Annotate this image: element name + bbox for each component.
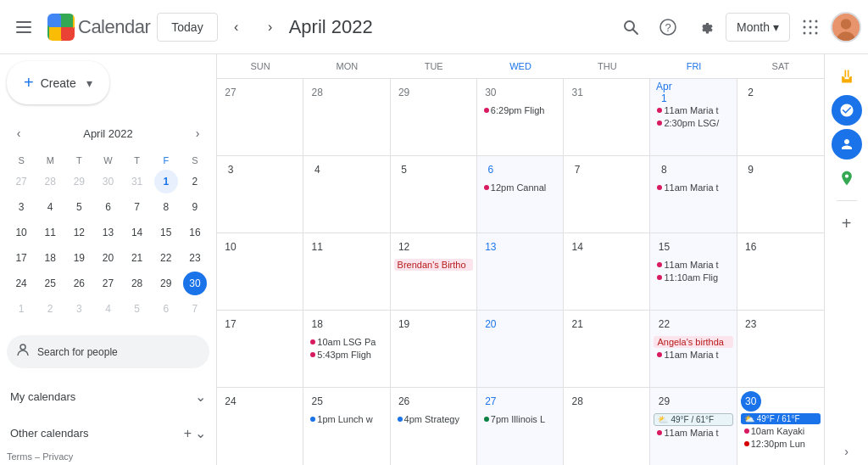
create-button[interactable]: + Create ▾ xyxy=(7,61,109,104)
cal-day-mar-28[interactable]: 28 xyxy=(303,79,390,155)
search-people-input[interactable]: Search for people xyxy=(7,335,209,368)
cal-day-apr-15[interactable]: 15 11am Maria t 11:10am Flig xyxy=(650,233,737,310)
calendar-event[interactable]: 4pm Strategy xyxy=(394,413,473,425)
day-number[interactable]: 7 xyxy=(567,160,587,180)
calendar-event[interactable]: 1pm Lunch w xyxy=(307,413,386,425)
settings-button[interactable] xyxy=(688,10,722,44)
calendar-event[interactable]: 2:30pm LSG/ xyxy=(654,117,732,129)
day-number[interactable]: 29 xyxy=(654,391,674,412)
day-number[interactable]: 28 xyxy=(567,391,587,412)
cal-day-apr-16[interactable]: 16 xyxy=(737,233,824,310)
expand-sidebar-button[interactable]: › xyxy=(837,438,855,465)
cal-day-apr-29[interactable]: 29 ⛅49°F / 61°F 11am Maria t xyxy=(650,388,737,465)
mini-day[interactable]: 30 xyxy=(96,170,120,193)
mini-day[interactable]: 23 xyxy=(183,246,207,270)
mini-day[interactable]: 2 xyxy=(38,297,62,321)
calendar-event[interactable]: 11am Maria t xyxy=(654,349,732,361)
day-number[interactable]: 2 xyxy=(741,82,761,103)
mini-day[interactable]: 3 xyxy=(67,297,91,321)
view-selector[interactable]: Month ▾ xyxy=(726,13,790,42)
day-number[interactable]: 6 xyxy=(481,160,501,180)
keep-icon[interactable] xyxy=(832,61,862,92)
mini-day[interactable]: 6 xyxy=(154,297,178,321)
mini-day[interactable]: 13 xyxy=(96,221,120,244)
add-other-calendar-icon[interactable]: + xyxy=(184,426,192,441)
mini-day[interactable]: 26 xyxy=(67,272,91,295)
cal-day-apr-21[interactable]: 21 xyxy=(564,311,650,387)
calendar-event[interactable]: 12:30pm Lun xyxy=(741,438,821,450)
cal-day-apr-27[interactable]: 27 7pm Illinois L xyxy=(477,388,564,465)
mini-day[interactable]: 5 xyxy=(67,195,91,219)
day-number[interactable]: 11 xyxy=(307,237,327,257)
cal-day-mar-27[interactable]: 27 xyxy=(217,79,303,155)
cal-day-apr-6[interactable]: 6 12pm Cannal xyxy=(477,156,564,232)
cal-day-apr-8[interactable]: 8 11am Maria t xyxy=(650,156,737,232)
cal-day-apr-4[interactable]: 4 xyxy=(303,156,390,232)
day-number[interactable]: 8 xyxy=(654,160,674,180)
cal-day-apr-18[interactable]: 18 10am LSG Pa 5:43pm Fligh xyxy=(303,311,390,387)
calendar-event[interactable]: 12pm Cannal xyxy=(481,182,559,193)
mini-day[interactable]: 28 xyxy=(125,272,149,295)
search-button[interactable] xyxy=(614,10,648,44)
day-number[interactable]: 3 xyxy=(220,160,241,180)
cal-day-apr-20[interactable]: 20 xyxy=(477,311,564,387)
mini-day[interactable]: 4 xyxy=(96,297,120,321)
cal-day-apr-5[interactable]: 5 xyxy=(391,156,477,232)
cal-day-apr-12[interactable]: 12 Brendan's Birtho xyxy=(391,233,477,310)
day-number[interactable]: 18 xyxy=(307,314,327,334)
calendar-event-angela[interactable]: Angela's birthda xyxy=(654,336,732,348)
day-number[interactable]: 12 xyxy=(394,237,415,257)
mini-day[interactable]: 29 xyxy=(154,272,178,295)
calendar-event[interactable]: 11am Maria t xyxy=(654,104,732,116)
day-number[interactable]: 23 xyxy=(741,314,761,334)
today-button[interactable]: Today xyxy=(157,13,217,42)
calendar-event[interactable]: 11:10am Flig xyxy=(654,272,732,283)
day-number[interactable]: 19 xyxy=(394,314,415,334)
calendar-event[interactable]: 11am Maria t xyxy=(654,259,732,271)
cal-day-apr-9[interactable]: 9 xyxy=(737,156,824,232)
mini-day[interactable]: 29 xyxy=(67,170,91,193)
day-number[interactable]: 16 xyxy=(741,237,761,257)
day-number[interactable]: 21 xyxy=(567,314,587,334)
cal-day-apr-23[interactable]: 23 xyxy=(737,311,824,387)
mini-day[interactable]: 1 xyxy=(9,297,33,321)
cal-day-apr-28[interactable]: 28 xyxy=(564,388,650,465)
day-number[interactable]: 31 xyxy=(567,82,587,103)
cal-day-apr-1[interactable]: Apr 1 11am Maria t 2:30pm LSG/ xyxy=(650,79,737,155)
calendar-event-brendan[interactable]: Brendan's Birtho xyxy=(394,259,473,271)
day-number-today[interactable]: 30 xyxy=(741,391,761,412)
mini-day[interactable]: 12 xyxy=(67,221,91,244)
day-number[interactable]: 5 xyxy=(394,160,415,180)
cal-day-apr-10[interactable]: 10 xyxy=(217,233,303,310)
mini-day[interactable]: 18 xyxy=(38,246,62,270)
day-number[interactable]: 29 xyxy=(394,82,415,103)
mini-day[interactable]: 28 xyxy=(38,170,62,193)
maps-icon[interactable] xyxy=(832,163,862,193)
google-apps-button[interactable] xyxy=(793,10,827,44)
day-number[interactable]: 24 xyxy=(220,391,241,412)
cal-day-apr-25[interactable]: 25 1pm Lunch w xyxy=(303,388,390,465)
day-number[interactable]: 25 xyxy=(307,391,327,412)
cal-day-apr-7[interactable]: 7 xyxy=(564,156,650,232)
cal-day-apr-17[interactable]: 17 xyxy=(217,311,303,387)
tasks-icon[interactable] xyxy=(832,95,862,126)
contacts-icon[interactable] xyxy=(832,129,862,160)
day-number[interactable]: 27 xyxy=(481,391,501,412)
mini-day[interactable]: 17 xyxy=(9,246,33,270)
mini-day[interactable]: 6 xyxy=(96,195,120,219)
day-number[interactable]: 14 xyxy=(567,237,587,257)
cal-day-apr-3[interactable]: 3 xyxy=(217,156,303,232)
mini-day[interactable]: 20 xyxy=(96,246,120,270)
mini-day[interactable]: 7 xyxy=(183,297,207,321)
cal-day-apr-14[interactable]: 14 xyxy=(564,233,650,310)
calendar-weather-event-today[interactable]: ⛅49°F / 61°F xyxy=(741,413,821,424)
day-number[interactable]: 30 xyxy=(481,82,501,103)
mini-day[interactable]: 2 xyxy=(183,170,207,193)
next-month-button[interactable]: › xyxy=(255,12,286,42)
day-number[interactable]: 27 xyxy=(220,82,241,103)
cal-day-mar-30[interactable]: 30 6:29pm Fligh xyxy=(477,79,564,155)
mini-day-1-selected[interactable]: 1 xyxy=(154,170,178,193)
calendar-event[interactable]: 11am Maria t xyxy=(654,427,732,439)
calendar-event[interactable]: 5:43pm Fligh xyxy=(307,349,386,361)
cal-day-apr-26[interactable]: 26 4pm Strategy xyxy=(391,388,477,465)
